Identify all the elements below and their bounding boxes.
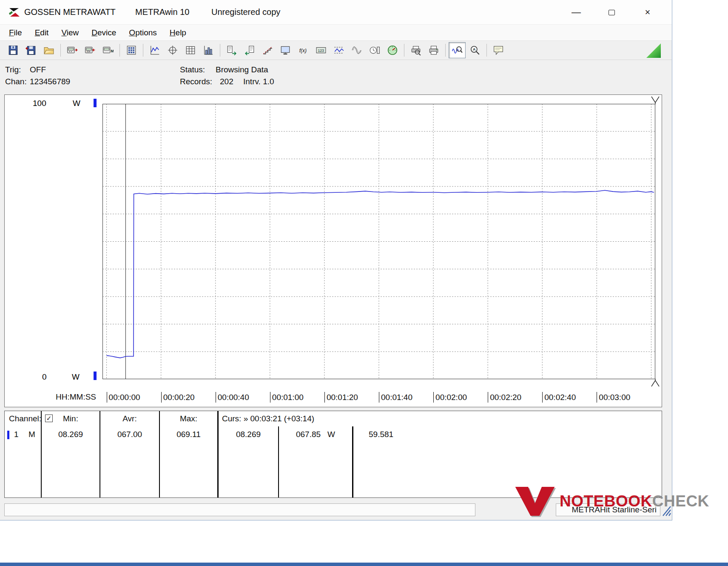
clock-icon (369, 45, 380, 56)
monitor-button[interactable] (277, 42, 294, 58)
table-view-button[interactable] (182, 42, 199, 58)
menu-item-file[interactable]: File (3, 26, 28, 39)
svg-text:M: M (111, 49, 114, 53)
callout-icon (493, 45, 504, 56)
max-value: 069.11 (160, 426, 219, 497)
cursor-b-number: 067.85 (296, 430, 321, 439)
histogram-view-button[interactable] (200, 42, 217, 58)
cursor-view-button[interactable] (164, 42, 181, 58)
menu-item-help[interactable]: Help (163, 26, 193, 39)
gauge-button[interactable] (384, 42, 401, 58)
keypad-icon (126, 45, 137, 56)
zoom-curve-button[interactable] (449, 42, 466, 58)
notebookcheck-logo-icon (513, 483, 557, 519)
menu-item-options[interactable]: Options (122, 26, 163, 39)
scale-icon (262, 45, 273, 56)
annotation-button[interactable] (490, 42, 507, 58)
limits-button[interactable] (330, 42, 347, 58)
read-device-button[interactable] (64, 42, 81, 58)
formula-button[interactable]: f(x) (295, 42, 312, 58)
import-icon (244, 45, 255, 56)
scaling-button[interactable] (259, 42, 276, 58)
menu-item-device[interactable]: Device (85, 26, 122, 39)
timer-button[interactable] (366, 42, 383, 58)
title-bar: GOSSEN METRAWATT METRAwin 10 Unregistere… (0, 0, 672, 25)
menu-item-edit[interactable]: Edit (28, 26, 55, 39)
x-tick-label: 00:00:20 (161, 392, 195, 403)
window-title-note: Unregistered copy (211, 7, 280, 17)
avr-column-header: Avr: (100, 411, 160, 426)
trend-icon (149, 45, 160, 56)
numeric-display-button[interactable] (123, 42, 140, 58)
plot-area[interactable] (102, 104, 655, 379)
menu-item-view[interactable]: View (55, 26, 85, 39)
monitor-icon (280, 45, 291, 56)
y-max-unit: W (73, 99, 80, 108)
status-value: Browsing Data (216, 65, 268, 74)
y-max-label: 100 (33, 99, 46, 108)
window-title-app: METRAwin 10 (135, 7, 189, 17)
print-preview-button[interactable] (407, 42, 424, 58)
toolbar-separator (404, 44, 404, 57)
channel-marker-bottom (94, 372, 97, 380)
chan-value: 123456789 (30, 77, 70, 86)
import-button[interactable] (241, 42, 258, 58)
save-button[interactable] (5, 42, 22, 58)
open-button[interactable] (40, 42, 57, 58)
trend-chart (102, 104, 655, 379)
export-button[interactable] (223, 42, 240, 58)
notebookcheck-watermark: NOTEBOOKCHECK (513, 483, 709, 519)
limits-icon (333, 45, 344, 56)
close-button[interactable]: × (637, 3, 658, 21)
channel-visible-checkbox[interactable] (45, 414, 53, 422)
gauge-icon (387, 45, 398, 56)
cursor-readout-header: Curs: » 00:03:21 (+03:14) (219, 411, 662, 426)
meterin-icon (67, 45, 78, 56)
d123-icon: 123 (316, 45, 327, 56)
min-column-header: Min: (42, 411, 100, 426)
cursor-a-value: 08.269 (219, 426, 279, 497)
device-memory-button[interactable]: 30k (82, 42, 99, 58)
crosshair-icon (167, 45, 178, 56)
trig-value: OFF (30, 65, 46, 74)
svg-text:f(x): f(x) (299, 48, 307, 54)
zoom-auto-button[interactable]: A (466, 42, 483, 58)
channel-column-header: Channel: (5, 411, 42, 426)
x-tick-label: 00:02:40 (542, 392, 576, 403)
status-records-info: Status:Browsing Data Records:202 Intrv. … (180, 64, 274, 88)
cursor-b-value: 067.85W (279, 426, 353, 497)
trend-view-button[interactable] (146, 42, 163, 58)
histogram-icon (203, 45, 214, 56)
open-icon (43, 45, 54, 56)
svg-text:30k: 30k (86, 50, 91, 53)
x-axis-unit-label: HH:MM:SS (56, 392, 96, 402)
cursor-b-unit: W (327, 430, 335, 439)
device-mode-button[interactable]: M (100, 42, 117, 58)
intrv-value: 1.0 (263, 77, 274, 86)
value-display-button[interactable]: 123 (313, 42, 330, 58)
table-icon (185, 45, 196, 56)
x-tick-label: 00:03:00 (597, 392, 630, 403)
minimize-button[interactable]: — (566, 3, 586, 21)
toolbar-separator (143, 44, 143, 57)
save-as-button[interactable] (23, 42, 40, 58)
min-header-label: Min: (63, 414, 78, 423)
intrv-label: Intrv. (243, 77, 261, 86)
toolbar-separator (60, 44, 61, 57)
metermem-icon: 30k (85, 45, 96, 56)
envelope-button[interactable] (348, 42, 365, 58)
print-button[interactable] (425, 42, 442, 58)
fx-icon: f(x) (298, 45, 309, 56)
menu-bar: FileEditViewDeviceOptionsHelp (0, 25, 672, 40)
toolbar: 30kMf(x)123A (0, 40, 672, 60)
export-icon (226, 45, 237, 56)
channel-row-id: 1 M (5, 426, 42, 497)
x-axis: HH:MM:SS 00:00:0000:00:2000:00:4000:01:0… (5, 392, 662, 404)
watermark-text-check: CHECK (652, 492, 709, 510)
avr-value: 067.00 (100, 426, 160, 497)
window-title-brand: GOSSEN METRAWATT (24, 7, 116, 17)
y-min-label: 0 (42, 372, 47, 382)
records-label: Records: (180, 76, 212, 88)
maximize-button[interactable] (601, 3, 622, 21)
y-min-unit: W (72, 372, 80, 382)
